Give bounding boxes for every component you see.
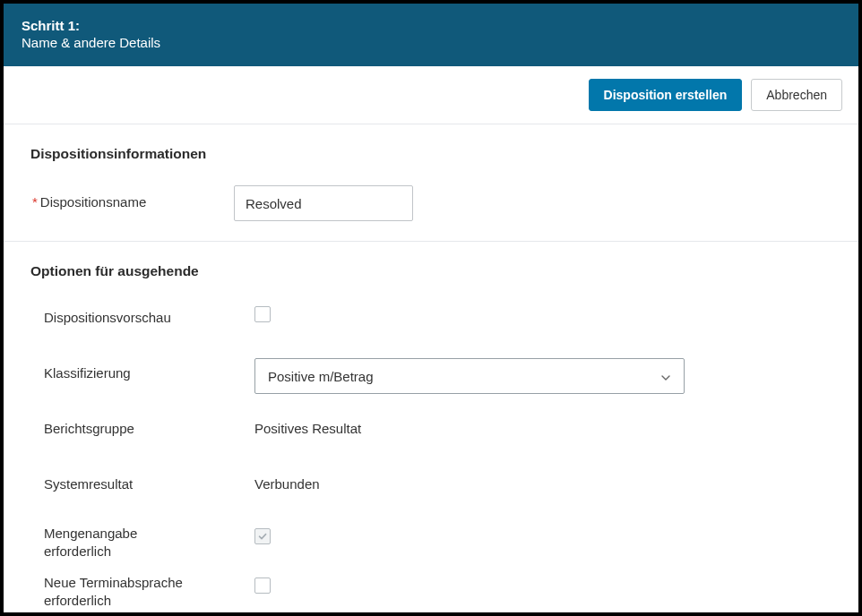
chevron-down-icon (660, 371, 671, 381)
check-icon (257, 531, 268, 542)
create-disposition-button[interactable]: Disposition erstellen (589, 79, 743, 111)
action-bar: Disposition erstellen Abbrechen (4, 66, 858, 124)
berichtsgruppe-value: Positives Resultat (254, 414, 361, 436)
step-title: Schritt 1: (22, 18, 840, 33)
systemresultat-value: Verbunden (254, 469, 320, 492)
berichtsgruppe-label: Berichtsgruppe (30, 414, 254, 436)
section-title-outbound: Optionen für ausgehende (30, 263, 832, 279)
row-dispositionsname: *Dispositionsname (30, 185, 832, 221)
dispositionsname-label: *Dispositionsname (30, 185, 207, 210)
systemresultat-label: Systemresultat (30, 469, 254, 492)
dispositionsname-input[interactable] (234, 185, 413, 221)
klassifizierung-label: Klassifizierung (30, 358, 254, 381)
wizard-header: Schritt 1: Name & andere Details (4, 4, 858, 66)
klassifizierung-select[interactable]: Positive m/Betrag (254, 358, 685, 394)
dialog-window: Schritt 1: Name & andere Details Disposi… (4, 4, 858, 612)
row-vorschau: Dispositionsvorschau (30, 303, 832, 338)
row-terminabsprache: Neue Terminabsprache erforderlich (30, 574, 832, 611)
vorschau-checkbox[interactable] (254, 306, 271, 322)
section-outbound-options: Optionen für ausgehende Dispositionsvors… (4, 242, 858, 616)
row-systemresultat: Systemresultat Verbunden (30, 469, 832, 505)
terminabsprache-label: Neue Terminabsprache erforderlich (30, 574, 210, 611)
mengenangabe-checkbox (254, 528, 271, 544)
vorschau-label: Dispositionsvorschau (30, 303, 254, 325)
terminabsprache-checkbox[interactable] (254, 578, 271, 594)
cancel-button[interactable]: Abbrechen (751, 79, 842, 111)
row-mengenangabe: Mengenangabe erforderlich (30, 525, 832, 561)
section-disposition-info: Dispositionsinformationen *Dispositionsn… (4, 124, 858, 242)
row-berichtsgruppe: Berichtsgruppe Positives Resultat (30, 414, 832, 449)
required-indicator: * (32, 194, 38, 210)
klassifizierung-value: Positive m/Betrag (268, 369, 374, 384)
step-subtitle: Name & andere Details (22, 35, 840, 50)
section-title-info: Dispositionsinformationen (30, 146, 832, 162)
row-klassifizierung: Klassifizierung Positive m/Betrag (30, 358, 832, 394)
mengenangabe-label: Mengenangabe erforderlich (30, 525, 183, 561)
